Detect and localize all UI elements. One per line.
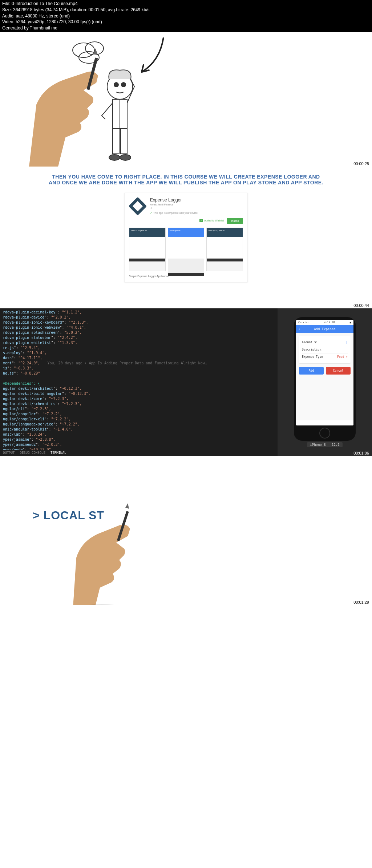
- svg-point-11: [120, 155, 131, 160]
- type-label: Expense Type: [302, 355, 323, 359]
- timestamp-2: 00:00:44: [353, 303, 369, 308]
- screenshot-row: Total: $120 | Mar 20 Add Expense Total: …: [129, 228, 243, 271]
- timestamp-3: 00:01:06: [353, 451, 369, 455]
- carrier-label: Carrier: [298, 321, 309, 324]
- dev-deps-header: vDependencies": {: [3, 381, 40, 385]
- svg-marker-15: [125, 503, 129, 509]
- back-icon[interactable]: ‹: [298, 327, 300, 331]
- timestamp-1: 00:00:25: [353, 161, 369, 166]
- time-label: 4:15 PM: [324, 321, 335, 324]
- thumbnail-frame-2: THEN YOU HAVE COME TO RIGHT PLACE. IN TH…: [0, 167, 372, 308]
- drawing-hand-icon: [54, 503, 200, 605]
- cartoon-person-icon: [102, 70, 134, 160]
- code-editor[interactable]: rdova-plugin-decimal-key": "^1.1.2",rdov…: [0, 308, 278, 456]
- svg-point-0: [73, 43, 94, 57]
- screenshot-2[interactable]: Add Expense: [168, 228, 205, 271]
- device-label[interactable]: iPhone 8 - 12.1: [307, 442, 342, 447]
- meta-generated: Generated by Thumbnail me: [2, 25, 370, 31]
- iphone-frame: Carrier 4:15 PM ■ ‹ Add Expense Amount $…: [294, 317, 356, 441]
- app-rating: ⬇: [150, 207, 198, 209]
- play-store-card: Expense Logger Awais Jamil Finance ⬇ Thi…: [124, 193, 248, 282]
- timestamp-4: 00:01:29: [353, 600, 369, 604]
- ios-statusbar: Carrier 4:15 PM ■: [296, 320, 353, 325]
- thumbnail-frame-4: > LOCAL ST 00:01:29: [0, 456, 372, 605]
- tab-debug[interactable]: DEBUG CONSOLE: [20, 451, 45, 455]
- video-metadata-bar: File: 0-Introduction To The Course.mp4 S…: [0, 0, 372, 32]
- thought-cloud-icon: [73, 42, 104, 63]
- install-button[interactable]: Install: [227, 218, 243, 224]
- battery-icon: ■: [350, 321, 351, 324]
- editor-tabs: OUTPUT DEBUG CONSOLE TERMINAL: [0, 450, 69, 456]
- svg-rect-9: [121, 128, 127, 154]
- description-label: Description:: [302, 348, 323, 351]
- type-select[interactable]: Food ▾: [337, 355, 348, 359]
- svg-point-5: [121, 83, 126, 87]
- app-icon: [129, 197, 146, 215]
- whiteboard-drawing: [0, 32, 372, 167]
- app-developer: Awais Jamil Finance: [150, 203, 198, 206]
- amount-input[interactable]: |: [346, 341, 348, 344]
- screenshot-1[interactable]: Total: $120 | Mar 20: [129, 228, 166, 271]
- meta-audio: Audio: aac, 48000 Hz, stereo (und): [2, 13, 370, 19]
- headline-1: THEN YOU HAVE COME TO RIGHT PLACE. IN TH…: [18, 174, 354, 180]
- meta-file: File: 0-Introduction To The Course.mp4: [2, 1, 370, 7]
- meta-video: Video: h264, yuv420p, 1280x720, 30.00 fp…: [2, 19, 370, 25]
- screen-title: Add Expense: [314, 327, 336, 331]
- tab-terminal[interactable]: TERMINAL: [50, 451, 66, 455]
- add-button[interactable]: Add: [299, 367, 324, 375]
- app-name: Expense Logger: [150, 197, 198, 203]
- screen-header: ‹ Add Expense: [296, 325, 353, 333]
- home-button[interactable]: [319, 428, 330, 439]
- cancel-button[interactable]: Cancel: [326, 367, 351, 375]
- thumbnail-frame-3: rdova-plugin-decimal-key": "^1.1.2",rdov…: [0, 308, 372, 456]
- expense-form: Amount $: | Description: Expense Type Fo…: [299, 336, 351, 363]
- simulator-pane: Carrier 4:15 PM ■ ‹ Add Expense Amount $…: [278, 308, 372, 456]
- iphone-screen[interactable]: Carrier 4:15 PM ■ ‹ Add Expense Amount $…: [296, 320, 353, 425]
- wishlist-badge[interactable]: Added to Wishlist: [199, 219, 224, 222]
- amount-label: Amount $:: [302, 341, 318, 344]
- screenshot-3[interactable]: Total: $120 | Mar 20: [206, 228, 243, 271]
- arrow-icon: [142, 37, 163, 72]
- meta-size: Size: 36426918 bytes (34.74 MiB), durati…: [2, 7, 370, 13]
- tab-output[interactable]: OUTPUT: [3, 451, 15, 455]
- headline-2: AND ONCE WE ARE DONE WITH THE APP WE WIL…: [18, 180, 354, 185]
- svg-point-10: [109, 155, 120, 160]
- thumbnail-frame-1: 00:00:25: [0, 32, 372, 167]
- svg-rect-8: [113, 128, 119, 154]
- compat-text: This app is compatible with your device.: [150, 212, 198, 215]
- drawing-hand-icon: [29, 48, 98, 167]
- svg-point-4: [114, 83, 118, 87]
